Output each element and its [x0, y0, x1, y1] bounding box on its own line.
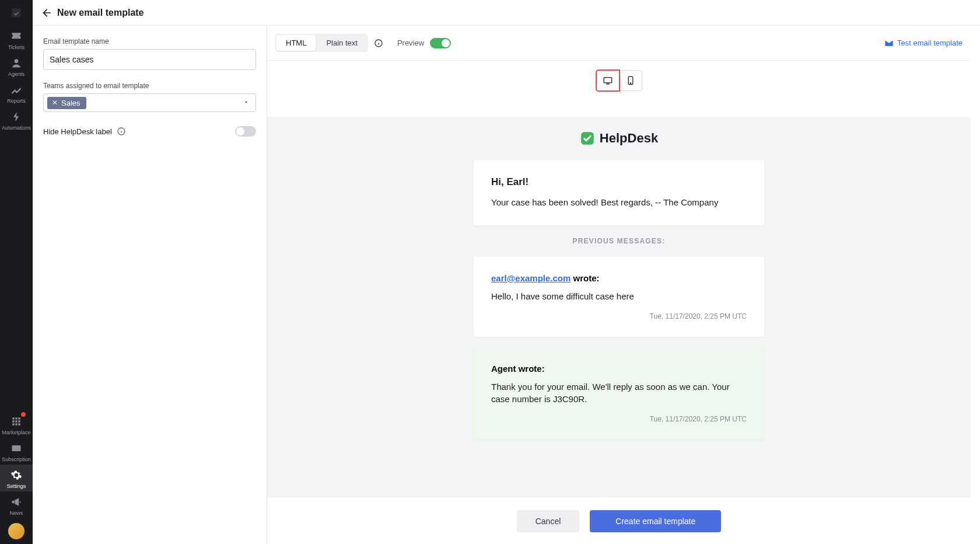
chevron-down-icon [243, 97, 250, 108]
email-canvas: HelpDesk Hi, Earl! Your case has been so… [267, 117, 971, 544]
notification-badge [21, 412, 26, 417]
tab-plain-text[interactable]: Plain text [317, 35, 366, 51]
desktop-icon [603, 75, 613, 86]
hide-label-text: Hide HelpDesk label [43, 127, 112, 136]
previous-messages-label: PREVIOUS MESSAGES: [267, 237, 971, 245]
format-toggle: HTML Plain text [275, 34, 368, 52]
email-icon [884, 39, 894, 48]
preview-label: Preview [397, 39, 424, 47]
chip-label: Sales [61, 99, 80, 107]
team-chip: ✕ Sales [47, 97, 86, 109]
sidebar-item-reports[interactable]: Reports [0, 79, 33, 106]
sidebar-item-agents[interactable]: Agents [0, 53, 33, 79]
sidebar-item-label: Subscription [2, 456, 31, 462]
cancel-button[interactable]: Cancel [517, 510, 580, 532]
svg-point-4 [630, 83, 631, 84]
test-email-link[interactable]: Test email template [884, 39, 963, 48]
sidebar-item-label: Settings [7, 483, 26, 489]
mobile-icon [625, 75, 636, 86]
test-email-label: Test email template [897, 39, 963, 47]
svg-rect-2 [604, 78, 612, 83]
tab-html[interactable]: HTML [276, 35, 316, 51]
quote-author-email[interactable]: earl@example.com [491, 273, 570, 283]
helpdesk-icon [580, 131, 595, 146]
sidebar: Tickets Agents Reports Automations Marke… [0, 0, 33, 544]
email-agent-card: Agent wrote: Thank you for your email. W… [474, 347, 764, 440]
sidebar-item-news[interactable]: News [0, 491, 33, 518]
email-greeting: Hi, Earl! [491, 176, 747, 188]
chip-remove-icon[interactable]: ✕ [52, 99, 58, 107]
avatar[interactable] [8, 523, 24, 539]
device-toggle [267, 61, 971, 98]
sidebar-item-settings[interactable]: Settings [0, 465, 33, 491]
sidebar-item-subscription[interactable]: Subscription [0, 438, 33, 465]
sidebar-item-automations[interactable]: Automations [0, 106, 33, 133]
email-body: Your case has been solved! Best regards,… [491, 196, 747, 209]
preview-panel: HTML Plain text Preview Test email templ… [267, 26, 971, 544]
preview-toggle[interactable] [430, 38, 451, 48]
sidebar-item-label: Reports [7, 98, 26, 104]
form-panel: Email template name Teams assigned to em… [33, 26, 267, 544]
teams-select[interactable]: ✕ Sales [43, 93, 256, 112]
quote-wrote: wrote: [570, 273, 599, 283]
device-desktop-button[interactable] [596, 70, 620, 91]
sidebar-item-label: Marketplace [2, 430, 30, 435]
sidebar-item-tickets[interactable]: Tickets [0, 26, 33, 53]
quote-author: earl@example.com wrote: [491, 273, 747, 283]
teams-label: Teams assigned to email template [43, 82, 256, 90]
page-header: New email template [33, 0, 980, 26]
info-icon[interactable] [374, 39, 383, 48]
quote-timestamp: Tue, 11/17/2020, 2:25 PM UTC [491, 312, 747, 320]
preview-toolbar: HTML Plain text Preview Test email templ… [267, 26, 971, 61]
sidebar-item-label: News [10, 510, 23, 516]
brand-row: HelpDesk [267, 131, 971, 146]
page-title: New email template [57, 8, 144, 18]
sidebar-item-marketplace[interactable]: Marketplace [0, 411, 33, 438]
email-main-card: Hi, Earl! Your case has been solved! Bes… [474, 160, 764, 225]
sidebar-item-label: Tickets [8, 44, 24, 50]
back-button[interactable] [40, 6, 54, 20]
template-name-label: Email template name [43, 37, 256, 46]
create-button[interactable]: Create email template [590, 510, 721, 532]
agent-timestamp: Tue, 11/17/2020, 2:25 PM UTC [491, 415, 747, 423]
quote-body: Hello, I have some difficult case here [491, 290, 747, 303]
sidebar-item-label: Automations [2, 125, 31, 131]
info-icon[interactable] [117, 127, 126, 136]
email-quote-card: earl@example.com wrote: Hello, I have so… [474, 257, 764, 337]
template-name-input[interactable] [43, 49, 256, 70]
brand-text: HelpDesk [600, 131, 658, 146]
device-mobile-button[interactable] [619, 70, 642, 91]
sidebar-item-label: Agents [8, 71, 24, 77]
footer-actions: Cancel Create email template [267, 497, 971, 544]
app-logo [0, 0, 33, 26]
hide-label-toggle[interactable] [235, 126, 256, 137]
agent-body: Thank you for your email. We'll reply as… [491, 381, 747, 406]
agent-author: Agent wrote: [491, 364, 747, 374]
